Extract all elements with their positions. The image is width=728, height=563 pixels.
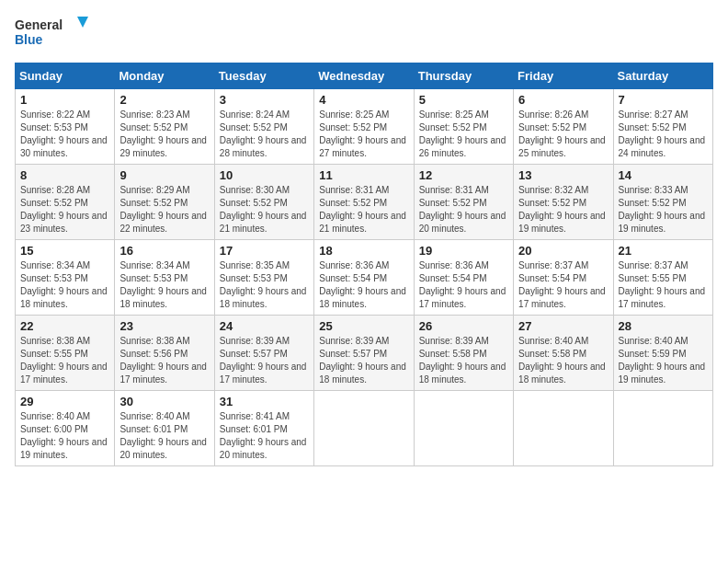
day-info: Sunrise: 8:34 AM Sunset: 5:53 PM Dayligh… [20, 259, 109, 311]
day-info: Sunrise: 8:36 AM Sunset: 5:54 PM Dayligh… [419, 259, 508, 311]
calendar-cell [314, 391, 414, 466]
day-number: 23 [119, 319, 209, 333]
calendar-header-wednesday: Wednesday [314, 63, 414, 89]
day-number: 8 [20, 168, 109, 182]
day-info: Sunrise: 8:29 AM Sunset: 5:52 PM Dayligh… [119, 184, 209, 236]
calendar-cell: 30 Sunrise: 8:40 AM Sunset: 6:01 PM Dayl… [115, 391, 214, 466]
calendar-week-2: 8 Sunrise: 8:28 AM Sunset: 5:52 PM Dayli… [16, 165, 713, 240]
day-number: 2 [119, 93, 209, 107]
calendar-cell: 11 Sunrise: 8:31 AM Sunset: 5:52 PM Dayl… [314, 165, 414, 240]
calendar-cell: 10 Sunrise: 8:30 AM Sunset: 5:52 PM Dayl… [214, 165, 313, 240]
header: General Blue [15, 15, 713, 52]
svg-marker-2 [77, 17, 88, 28]
calendar-cell: 1 Sunrise: 8:22 AM Sunset: 5:53 PM Dayli… [16, 89, 115, 165]
day-info: Sunrise: 8:39 AM Sunset: 5:58 PM Dayligh… [419, 335, 508, 386]
calendar-cell: 13 Sunrise: 8:32 AM Sunset: 5:52 PM Dayl… [514, 165, 613, 240]
day-number: 24 [220, 319, 309, 333]
calendar-cell: 12 Sunrise: 8:31 AM Sunset: 5:52 PM Dayl… [414, 165, 513, 240]
calendar-cell: 16 Sunrise: 8:34 AM Sunset: 5:53 PM Dayl… [115, 240, 214, 316]
day-info: Sunrise: 8:26 AM Sunset: 5:52 PM Dayligh… [518, 109, 608, 160]
calendar-cell: 25 Sunrise: 8:39 AM Sunset: 5:57 PM Dayl… [314, 316, 414, 391]
day-info: Sunrise: 8:41 AM Sunset: 6:01 PM Dayligh… [220, 410, 309, 462]
day-number: 5 [419, 93, 508, 107]
calendar-week-4: 22 Sunrise: 8:38 AM Sunset: 5:55 PM Dayl… [16, 316, 713, 391]
calendar-header-saturday: Saturday [613, 63, 712, 89]
day-info: Sunrise: 8:40 AM Sunset: 6:00 PM Dayligh… [20, 410, 109, 462]
day-info: Sunrise: 8:37 AM Sunset: 5:54 PM Dayligh… [518, 259, 608, 311]
day-number: 22 [20, 319, 109, 333]
day-info: Sunrise: 8:24 AM Sunset: 5:52 PM Dayligh… [220, 109, 309, 160]
calendar-header-sunday: Sunday [16, 63, 115, 89]
logo-svg: General Blue [15, 15, 88, 52]
calendar-body: 1 Sunrise: 8:22 AM Sunset: 5:53 PM Dayli… [16, 89, 713, 466]
day-number: 16 [119, 244, 209, 258]
day-info: Sunrise: 8:31 AM Sunset: 5:52 PM Dayligh… [419, 184, 508, 236]
calendar-cell [613, 391, 712, 466]
calendar-cell: 6 Sunrise: 8:26 AM Sunset: 5:52 PM Dayli… [514, 89, 613, 165]
calendar-cell: 23 Sunrise: 8:38 AM Sunset: 5:56 PM Dayl… [115, 316, 214, 391]
day-number: 26 [419, 319, 508, 333]
calendar-cell: 24 Sunrise: 8:39 AM Sunset: 5:57 PM Dayl… [214, 316, 313, 391]
day-info: Sunrise: 8:25 AM Sunset: 5:52 PM Dayligh… [319, 109, 408, 160]
day-info: Sunrise: 8:39 AM Sunset: 5:57 PM Dayligh… [319, 335, 408, 386]
calendar-week-5: 29 Sunrise: 8:40 AM Sunset: 6:00 PM Dayl… [16, 391, 713, 466]
day-number: 14 [619, 168, 708, 182]
calendar-cell: 9 Sunrise: 8:29 AM Sunset: 5:52 PM Dayli… [115, 165, 214, 240]
day-number: 6 [518, 93, 608, 107]
day-info: Sunrise: 8:38 AM Sunset: 5:56 PM Dayligh… [119, 335, 209, 386]
calendar-cell: 14 Sunrise: 8:33 AM Sunset: 5:52 PM Dayl… [613, 165, 712, 240]
calendar-cell: 5 Sunrise: 8:25 AM Sunset: 5:52 PM Dayli… [414, 89, 513, 165]
calendar-week-3: 15 Sunrise: 8:34 AM Sunset: 5:53 PM Dayl… [16, 240, 713, 316]
calendar-cell: 19 Sunrise: 8:36 AM Sunset: 5:54 PM Dayl… [414, 240, 513, 316]
day-number: 18 [319, 244, 408, 258]
calendar-cell: 15 Sunrise: 8:34 AM Sunset: 5:53 PM Dayl… [16, 240, 115, 316]
day-info: Sunrise: 8:39 AM Sunset: 5:57 PM Dayligh… [220, 335, 309, 386]
day-number: 1 [20, 93, 109, 107]
day-number: 20 [518, 244, 608, 258]
day-info: Sunrise: 8:40 AM Sunset: 6:01 PM Dayligh… [119, 410, 209, 462]
calendar-header-friday: Friday [514, 63, 613, 89]
calendar-cell: 27 Sunrise: 8:40 AM Sunset: 5:58 PM Dayl… [514, 316, 613, 391]
day-info: Sunrise: 8:33 AM Sunset: 5:52 PM Dayligh… [619, 184, 708, 236]
day-info: Sunrise: 8:25 AM Sunset: 5:52 PM Dayligh… [419, 109, 508, 160]
calendar-cell: 7 Sunrise: 8:27 AM Sunset: 5:52 PM Dayli… [613, 89, 712, 165]
day-number: 3 [220, 93, 309, 107]
calendar-cell: 18 Sunrise: 8:36 AM Sunset: 5:54 PM Dayl… [314, 240, 414, 316]
day-number: 29 [20, 395, 109, 408]
day-number: 25 [319, 319, 408, 333]
calendar-header-thursday: Thursday [414, 63, 513, 89]
day-number: 27 [518, 319, 608, 333]
day-number: 30 [119, 395, 209, 408]
calendar-cell: 4 Sunrise: 8:25 AM Sunset: 5:52 PM Dayli… [314, 89, 414, 165]
day-number: 31 [220, 395, 309, 408]
day-info: Sunrise: 8:32 AM Sunset: 5:52 PM Dayligh… [518, 184, 608, 236]
day-info: Sunrise: 8:28 AM Sunset: 5:52 PM Dayligh… [20, 184, 109, 236]
calendar: SundayMondayTuesdayWednesdayThursdayFrid… [15, 63, 713, 466]
calendar-header-monday: Monday [115, 63, 214, 89]
calendar-cell: 22 Sunrise: 8:38 AM Sunset: 5:55 PM Dayl… [16, 316, 115, 391]
calendar-cell [414, 391, 513, 466]
day-number: 13 [518, 168, 608, 182]
calendar-cell: 3 Sunrise: 8:24 AM Sunset: 5:52 PM Dayli… [214, 89, 313, 165]
logo: General Blue [15, 15, 88, 52]
day-info: Sunrise: 8:35 AM Sunset: 5:53 PM Dayligh… [220, 259, 309, 311]
calendar-cell: 28 Sunrise: 8:40 AM Sunset: 5:59 PM Dayl… [613, 316, 712, 391]
day-number: 12 [419, 168, 508, 182]
calendar-cell: 17 Sunrise: 8:35 AM Sunset: 5:53 PM Dayl… [214, 240, 313, 316]
day-number: 11 [319, 168, 408, 182]
day-info: Sunrise: 8:40 AM Sunset: 5:58 PM Dayligh… [518, 335, 608, 386]
day-number: 10 [220, 168, 309, 182]
day-number: 7 [619, 93, 708, 107]
calendar-cell: 26 Sunrise: 8:39 AM Sunset: 5:58 PM Dayl… [414, 316, 513, 391]
calendar-header-row: SundayMondayTuesdayWednesdayThursdayFrid… [16, 63, 713, 89]
svg-text:Blue: Blue [15, 32, 43, 47]
svg-text:General: General [15, 17, 63, 32]
calendar-header-tuesday: Tuesday [214, 63, 313, 89]
day-number: 15 [20, 244, 109, 258]
day-info: Sunrise: 8:38 AM Sunset: 5:55 PM Dayligh… [20, 335, 109, 386]
calendar-cell: 8 Sunrise: 8:28 AM Sunset: 5:52 PM Dayli… [16, 165, 115, 240]
day-number: 9 [119, 168, 209, 182]
day-info: Sunrise: 8:34 AM Sunset: 5:53 PM Dayligh… [119, 259, 209, 311]
day-info: Sunrise: 8:37 AM Sunset: 5:55 PM Dayligh… [619, 259, 708, 311]
day-info: Sunrise: 8:36 AM Sunset: 5:54 PM Dayligh… [319, 259, 408, 311]
